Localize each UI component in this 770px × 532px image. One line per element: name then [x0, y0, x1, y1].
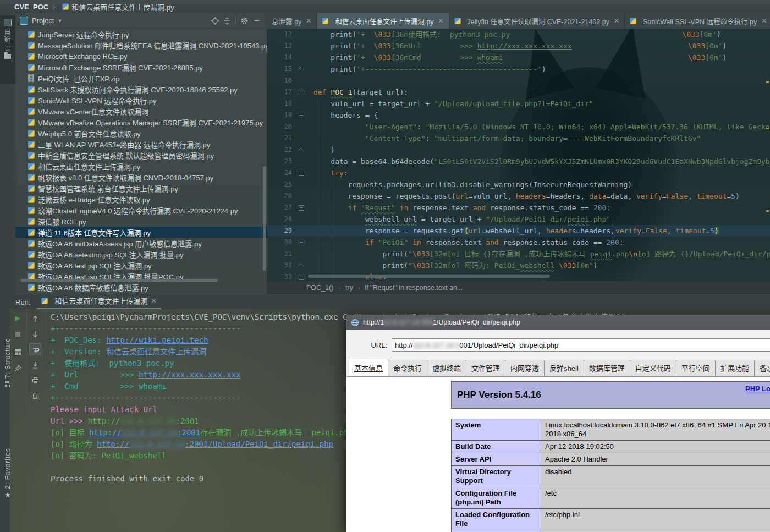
code-line[interactable]: 15 print('+-----------------------------…	[267, 63, 770, 75]
tree-item[interactable]: Microsoft Exchange RCE.py	[15, 51, 267, 62]
console-link[interactable]: http://	[97, 440, 129, 448]
fold-marker-icon[interactable]	[298, 167, 305, 179]
code-line[interactable]: 18 vuln_url = target_url + "/Upload/uplo…	[267, 98, 770, 109]
tree-item[interactable]: 禅道 11.6版本 任意文件写入漏洞.py	[15, 227, 267, 238]
breadcrumb-project[interactable]: CVE_POC	[14, 3, 48, 11]
collapse-all-button[interactable]	[221, 15, 233, 27]
editor-tab[interactable]: 息泄露.py✕	[267, 13, 317, 29]
console-link[interactable]: http://xxx.xxx.xxx.xxx	[139, 370, 240, 379]
code-line[interactable]: 22 }	[267, 144, 770, 156]
run-tab[interactable]: 和信云桌面任意文件上传漏洞 ✕	[37, 293, 161, 309]
browser-titlebar[interactable]: http://112.6.117.14:2001/Upload/PeiQi_di…	[346, 315, 770, 330]
webshell-tab[interactable]: 自定义代码	[630, 360, 676, 376]
hide-panel-button[interactable]	[250, 15, 262, 27]
tree-item[interactable]: SonicWall SSL-VPN 远程命令执行.py	[15, 95, 267, 106]
url-input[interactable]: http://112.6.117.14:2001/Upload/PeiQi_di…	[392, 338, 770, 352]
code-line[interactable]: 20 "User-Agent": "Mozilla/5.0 (Windows N…	[267, 121, 770, 133]
webshell-tab[interactable]: 命令执行	[388, 360, 427, 376]
fold-marker-icon[interactable]	[298, 109, 305, 121]
tree-item[interactable]: 智慧校园管理系统 前台任意文件上传漏洞.py	[15, 183, 267, 194]
close-icon[interactable]: ✕	[438, 17, 443, 25]
editor-tab[interactable]: SonicWall SSL-VPN 远程命令执行.py✕	[625, 13, 770, 29]
project-panel-title[interactable]: Project	[32, 17, 54, 25]
webshell-tab[interactable]: 反弹shell	[544, 360, 584, 376]
console-link[interactable]: http://	[89, 428, 122, 437]
close-icon[interactable]: ✕	[306, 17, 311, 25]
code-line[interactable]: 30 if "PeiQi" in response.text and respo…	[267, 237, 770, 248]
webshell-tab[interactable]: 数据库管理	[584, 360, 630, 376]
tree-item[interactable]: PeiQi文库_已公开EXP.zip	[15, 73, 267, 84]
console-link[interactable]: :2001/Upload/PeiQi_dir/peiqi.php	[185, 440, 333, 448]
code-line[interactable]: 32 print("\033[32m[o] 密码为: PeiQi_webshel…	[267, 260, 770, 271]
close-icon[interactable]: ✕	[614, 17, 619, 25]
code-line[interactable]: 25 requests.packages.urllib3.disable_war…	[267, 179, 770, 190]
tree-item[interactable]: 和信云桌面任意文件上传漏洞.py	[15, 161, 267, 172]
tree-item[interactable]: VMware vRealize Operations Manager SSRF漏…	[15, 117, 267, 128]
fold-marker-icon[interactable]	[298, 202, 305, 213]
down-stacktrace-button[interactable]	[29, 328, 41, 340]
webshell-tab[interactable]: 平行空间	[676, 360, 716, 376]
soft-wrap-button[interactable]	[29, 343, 41, 355]
code-line[interactable]: 27 if "Requst" in response.text and resp…	[267, 202, 770, 213]
code-link[interactable]: http://xxx.xxx.xxx.xxx	[477, 42, 571, 50]
print-button[interactable]	[29, 374, 41, 386]
up-stacktrace-button[interactable]	[29, 312, 41, 325]
fold-marker-icon[interactable]	[298, 271, 305, 281]
settings-gear-icon[interactable]	[238, 15, 250, 27]
code-line[interactable]: 24 try:	[267, 167, 770, 179]
tree-item[interactable]: 帆软报表 v8.0 任意文件读取漏洞 CNVD-2018-04757.py	[15, 172, 267, 183]
code-area[interactable]: 12 print('+ \033[36m使用格式: python3 poc.py…	[267, 29, 770, 281]
stop-button[interactable]	[12, 328, 24, 340]
tree-item[interactable]: 致远OA A6 数据库敏感信息泄露.py	[15, 282, 267, 293]
tree-item[interactable]: 致远OA A6 setextno.jsp SQL注入漏洞 批量.py	[15, 249, 267, 260]
chevron-down-icon[interactable]: ▼	[57, 18, 62, 24]
code-line[interactable]: 14 print('+ \033[36mCmd >>> whoami \033[…	[267, 52, 770, 63]
editor-tab[interactable]: Jellyfin 任意文件读取漏洞 CVE-2021-21402.py✕	[449, 13, 625, 29]
code-line[interactable]: 28 webshell_url = target_url + "/Upload/…	[267, 213, 770, 225]
sidebar-tab-project[interactable]: 1: 项目	[0, 15, 15, 84]
close-icon[interactable]: ✕	[151, 297, 156, 305]
breadcrumb-item[interactable]: try	[345, 284, 353, 292]
webshell-tab[interactable]: 备忘录	[754, 360, 770, 376]
code-line[interactable]: 16	[267, 75, 770, 86]
console-link[interactable]: :2001	[177, 428, 200, 437]
editor-horizontal-scrollbar[interactable]	[308, 275, 550, 278]
code-line[interactable]: 21 "Content-Type": "multipart/form-data;…	[267, 133, 770, 144]
tree-item[interactable]: 泛微云桥 e-Bridge 任意文件读取.py	[15, 194, 267, 205]
scroll-to-end-button[interactable]	[29, 359, 41, 371]
editor-tab[interactable]: 和信云桌面任意文件上传漏洞.py✕	[317, 13, 449, 29]
clear-all-button[interactable]	[29, 390, 41, 402]
console-link[interactable]: http://wiki.peiqi.tech	[106, 336, 208, 344]
pin-tab-button[interactable]	[12, 362, 24, 374]
code-editor[interactable]: 12 print('+ \033[36m使用格式: python3 poc.py…	[267, 29, 770, 281]
webshell-tab[interactable]: 扩展功能	[715, 360, 755, 376]
tree-item[interactable]: 三星 WLAN AP WEA453e路由器 远程命令执行漏洞.py	[15, 139, 267, 150]
code-line[interactable]: 13 print('+ \033[36mUrl >>> http://xxx.x…	[267, 40, 770, 52]
fold-marker-icon[interactable]	[298, 144, 305, 156]
tree-item[interactable]: MessageSolution 邮件归档系统EEA 信息泄露漏洞 CNVD-20…	[15, 40, 267, 51]
fold-marker-icon[interactable]	[298, 260, 305, 271]
tree-horizontal-scrollbar[interactable]	[21, 279, 218, 282]
code-line[interactable]: 23 data = base64.b64decode("LS0tLS0tV2Vi…	[267, 156, 770, 167]
tree-item[interactable]: VMware vCenter任意文件读取漏洞	[15, 106, 267, 117]
rerun-button[interactable]	[12, 312, 24, 325]
webshell-tab[interactable]: 虚拟终端	[427, 360, 466, 376]
code-line[interactable]: 31 print("\033[32m[o] 目标 {}存在漏洞 ,成功上传冰蝎木…	[267, 248, 770, 260]
breadcrumb-item[interactable]: POC_1()	[306, 284, 333, 292]
code-line[interactable]: 17def POC_1(target_url):	[267, 86, 770, 98]
breadcrumb-file[interactable]: 和信云桌面任意文件上传漏洞.py	[72, 2, 174, 12]
tree-item[interactable]: SaltStack 未授权访问命令执行漏洞 CVE-2020-16846 255…	[15, 84, 267, 95]
php-log-link[interactable]: PHP Log	[745, 385, 770, 393]
tree-item[interactable]: JunpServer 远程命令执行.py	[15, 29, 267, 40]
webshell-tab[interactable]: 基本信息	[349, 359, 388, 376]
breadcrumb-item[interactable]: if "Requst" in response.text an...	[365, 284, 463, 292]
restore-layout-button[interactable]	[12, 345, 24, 358]
code-line[interactable]: 29 response = requests.get(url=webshell_…	[267, 225, 770, 237]
tree-item[interactable]: 深信服 RCE.py	[15, 216, 267, 227]
webshell-tab[interactable]: 文件管理	[466, 360, 505, 376]
tree-item[interactable]: 致远OA A6 test.jsp SQL注入漏洞.py	[15, 260, 267, 271]
console-link[interactable]: 112.6.117.14	[129, 440, 185, 448]
tree-item[interactable]: Weiphp5.0 前台文件任意读取.py	[15, 128, 267, 139]
code-line[interactable]: 12 print('+ \033[36m使用格式: python3 poc.py…	[267, 29, 770, 40]
tree-item[interactable]: Microsoft Exchange SSRF漏洞 CVE-2021-26885…	[15, 62, 267, 73]
